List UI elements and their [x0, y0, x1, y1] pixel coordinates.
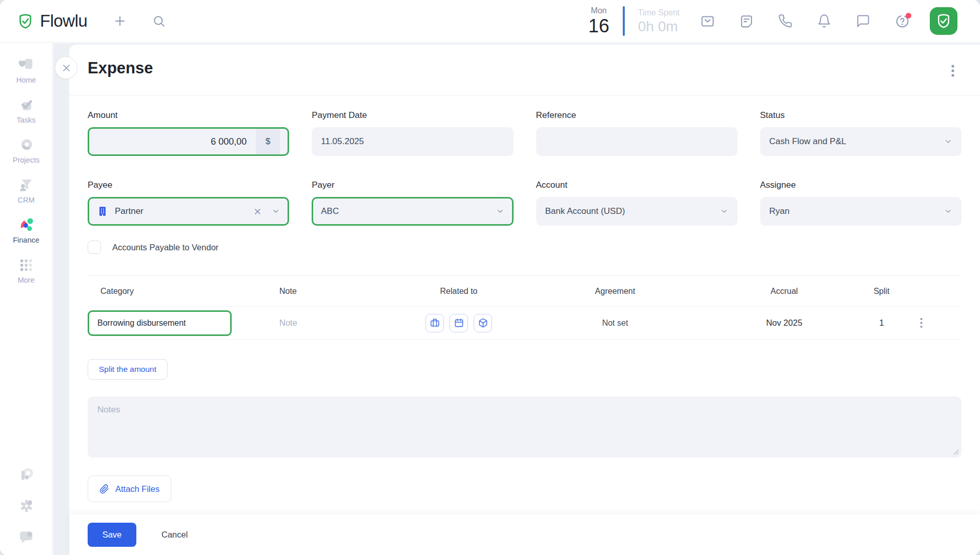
create-button[interactable] [109, 10, 131, 32]
column-header-category: Category [88, 287, 267, 296]
accounts-payable-checkbox-row[interactable]: Accounts Payable to Vendor [88, 241, 218, 254]
accrual-cell[interactable]: Nov 2025 [707, 318, 861, 328]
search-icon [152, 14, 166, 28]
clear-icon[interactable] [254, 208, 261, 215]
tasks-icon [17, 96, 35, 114]
notifications-button[interactable] [813, 10, 835, 32]
chevron-down-icon [720, 207, 728, 215]
status-label: Status [760, 110, 962, 121]
paperclip-icon [99, 484, 109, 494]
account-value: Bank Account (USD) [545, 206, 625, 216]
top-bar: Flowlu Mon 16 Time Spent 0h 0m [0, 0, 980, 43]
notes-textarea[interactable]: Notes [88, 397, 962, 458]
mail-button[interactable] [696, 10, 719, 32]
reference-label: Reference [536, 110, 738, 121]
chevron-down-icon [272, 207, 280, 215]
link-project-button[interactable] [450, 314, 468, 332]
notes-placeholder: Notes [97, 405, 120, 414]
expense-modal: Expense Amount 6 000,00 $ [69, 45, 980, 555]
column-header-split: Split [861, 287, 902, 296]
sidebar: Home Tasks Projects CRM [0, 43, 53, 555]
header-divider [623, 6, 625, 36]
calendar-weekday: Mon [588, 7, 609, 15]
partner-program-button[interactable] [17, 466, 35, 484]
plus-icon [113, 14, 127, 28]
close-button[interactable] [55, 56, 77, 79]
profile-avatar-button[interactable] [930, 7, 957, 35]
category-select[interactable]: Borrowing disbursement [88, 310, 232, 336]
sidebar-item-more[interactable]: More [0, 250, 52, 290]
p-badge-icon [17, 466, 35, 484]
account-label: Account [536, 180, 738, 190]
link-crm-button[interactable] [425, 314, 444, 332]
column-header-accrual: Accrual [707, 287, 861, 296]
mail-icon [700, 14, 715, 29]
status-select[interactable]: Cash Flow and P&L [760, 127, 962, 156]
modal-menu-button[interactable] [946, 64, 959, 77]
time-spent-widget[interactable]: Time Spent 0h 0m [638, 9, 680, 34]
resize-handle[interactable] [953, 449, 959, 455]
phone-button[interactable] [774, 10, 797, 32]
assignee-value: Ryan [769, 206, 790, 216]
kebab-icon [951, 65, 954, 77]
status-value: Cash Flow and P&L [769, 136, 846, 147]
flowlu-logo[interactable]: Flowlu [17, 11, 87, 31]
payee-select[interactable]: Partner [88, 197, 289, 226]
kebab-icon [920, 318, 923, 328]
amount-label: Amount [88, 110, 289, 121]
modal-header: Expense [69, 45, 980, 96]
app-window: Flowlu Mon 16 Time Spent 0h 0m [0, 0, 980, 555]
sidebar-item-label: Finance [13, 236, 39, 244]
payment-date-label: Payment Date [312, 110, 513, 121]
settings-button[interactable] [17, 497, 35, 515]
payer-select[interactable]: ABC [312, 197, 513, 226]
close-icon [62, 63, 71, 73]
feedback-button[interactable] [17, 527, 35, 546]
table-header-row: Category Note Related to Agreement Accru… [88, 276, 962, 307]
assignee-label: Assignee [760, 180, 962, 190]
sidebar-item-projects[interactable]: Projects [0, 130, 52, 170]
cancel-button[interactable]: Cancel [161, 530, 188, 540]
notes-button[interactable] [735, 10, 758, 32]
sidebar-item-home[interactable]: Home [0, 50, 52, 90]
note-input[interactable]: Note [267, 318, 395, 328]
attach-files-label: Attach Files [115, 484, 159, 494]
agreement-cell[interactable]: Not set [523, 319, 707, 328]
payment-date-input[interactable]: 11.05.2025 [312, 127, 513, 156]
attach-files-button[interactable]: Attach Files [88, 475, 171, 502]
reference-input[interactable] [536, 127, 738, 156]
category-value: Borrowing disbursement [97, 319, 186, 328]
link-product-button[interactable] [474, 314, 492, 332]
page-background: Expense Amount 6 000,00 $ [53, 43, 980, 555]
bell-icon [817, 14, 831, 28]
split-amount-button[interactable]: Split the amount [88, 359, 168, 380]
time-spent-value: 0h 0m [638, 19, 680, 34]
search-button[interactable] [148, 10, 170, 32]
sidebar-item-crm[interactable]: CRM [0, 170, 52, 210]
help-notification-dot [906, 13, 911, 18]
payer-value: ABC [321, 206, 339, 216]
sidebar-item-tasks[interactable]: Tasks [0, 90, 52, 130]
help-button[interactable] [891, 10, 913, 32]
checkbox[interactable] [88, 241, 101, 254]
column-header-note: Note [267, 287, 395, 296]
assignee-select[interactable]: Ryan [760, 197, 962, 226]
sidebar-item-label: Home [16, 76, 36, 84]
calendar-day-number: 16 [588, 16, 609, 35]
calendar-icon [454, 318, 464, 328]
sidebar-item-finance[interactable]: Finance [0, 210, 52, 250]
account-select[interactable]: Bank Account (USD) [536, 197, 738, 226]
time-spent-label: Time Spent [638, 9, 680, 17]
more-grid-icon [17, 256, 35, 274]
chevron-down-icon [496, 207, 504, 215]
related-to-buttons [395, 314, 523, 332]
row-menu-button[interactable] [913, 315, 929, 331]
amount-input[interactable]: 6 000,00 $ [88, 127, 289, 156]
messenger-button[interactable] [852, 10, 874, 32]
finance-icon [17, 216, 35, 234]
save-button[interactable]: Save [88, 523, 136, 547]
briefcase-icon [430, 318, 440, 328]
column-header-related-to: Related to [395, 287, 523, 296]
split-cell: 1 [861, 318, 902, 328]
calendar-date-widget[interactable]: Mon 16 [588, 7, 609, 35]
